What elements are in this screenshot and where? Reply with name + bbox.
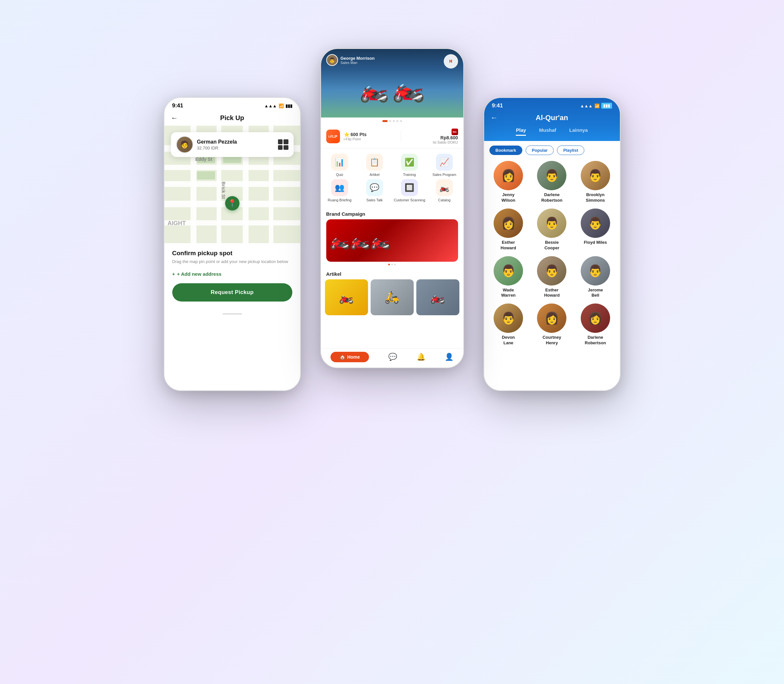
avatar-bessie: 👨 [537, 208, 567, 238]
saldo-value: Rp8.600 [405, 135, 458, 140]
people-grid: 👩 JennyWilson 👨 DarleneRobertson 👨 Brook… [484, 160, 620, 351]
map-pin[interactable]: 📍 [225, 196, 240, 210]
map-area[interactable]: Eddy St Brick St AIGHT 🧑 German Pezzela … [164, 126, 300, 243]
person-darlene-robertson-2[interactable]: 👩 DarleneRobertson [576, 303, 614, 346]
avatar-darlene2: 👩 [581, 303, 610, 333]
menu-item-sales-program[interactable]: 📈 Sales Program [428, 154, 461, 177]
avatar-esther2: 👨 [537, 256, 567, 286]
filter-tabs: Bookmark Popular Playlist [484, 141, 620, 160]
filter-bookmark[interactable]: Bookmark [489, 145, 523, 155]
person-jenny-wilson[interactable]: 👩 JennyWilson [489, 161, 528, 203]
tab-mushaf[interactable]: Mushaf [539, 127, 556, 136]
name-darlene2: DarleneRobertson [584, 335, 606, 346]
briefing-label: Ruang Briefing [328, 198, 352, 202]
bdot-1 [388, 264, 390, 265]
hero-banner: 🏍️ 🏍️ H 👨 George Morrison Sales Man [321, 49, 463, 118]
request-pickup-button[interactable]: Request Pickup [172, 283, 292, 302]
briefing-icon: 👥 [331, 179, 348, 196]
person-floyd-miles[interactable]: 👨 Floyd Miles [576, 208, 614, 251]
artikel-card-1[interactable]: 🏍️ [325, 279, 368, 315]
person-esther-howard-2[interactable]: 👨 EstherHoward [533, 256, 571, 298]
name-brooklyn: BrooklynSimmons [586, 192, 605, 203]
person-brooklyn-simmons[interactable]: 👨 BrooklynSimmons [576, 161, 614, 203]
nav-profile-btn[interactable]: 👤 [445, 353, 454, 361]
name-wade: WadeWarren [501, 287, 515, 298]
name-jenny: JennyWilson [501, 192, 515, 203]
tab-lainnya[interactable]: Lainnya [569, 127, 588, 136]
quiz-icon: 📊 [331, 154, 348, 171]
sales-label: Sales Program [433, 173, 456, 177]
star-icon: ⭐ [344, 132, 349, 137]
confirm-subtitle: Drag the map pin point or add your new p… [172, 259, 292, 265]
person-courtney-henry[interactable]: 👩 CourtneyHenry [533, 303, 571, 346]
avatar-jerome: 👨 [581, 256, 610, 286]
saldo-label: Isi Saldo DOKU [405, 140, 458, 144]
menu-item-artikel[interactable]: 📋 Artikel [359, 154, 391, 177]
filter-popular[interactable]: Popular [526, 145, 554, 155]
map-label-aight: AIGHT [168, 220, 186, 227]
person-esther-howard-1[interactable]: 👩 EstherHoward [489, 208, 528, 251]
menu-item-ruang-briefing[interactable]: 👥 Ruang Briefing [324, 179, 356, 202]
wifi-icon-r: 📶 [594, 103, 600, 108]
artikel-section: Artikel 🏍️ 🛵 🏍️ [321, 267, 463, 318]
hero-user-info: 👨 George Morrison Sales Man [326, 54, 375, 66]
hero-user-name: George Morrison [341, 56, 375, 61]
pickup-bottom: Confirm pickup spot Drag the map pin poi… [164, 243, 300, 308]
qr-icon[interactable] [278, 139, 288, 150]
training-icon: ✅ [401, 154, 418, 171]
menu-grid: 📊 Quiz 📋 Artikel ✅ Training 📈 Sales Prog… [321, 148, 463, 207]
talk-label: Sales Talk [366, 198, 383, 202]
name-courtney: CourtneyHenry [543, 335, 561, 346]
filter-playlist[interactable]: Playlist [557, 145, 584, 155]
chat-icon: 💬 [388, 353, 397, 361]
add-icon: + [172, 271, 175, 277]
add-address-btn[interactable]: + + Add new address [172, 271, 292, 277]
artikel-card-3[interactable]: 🏍️ [416, 279, 459, 315]
person-wade-warren[interactable]: 👨 WadeWarren [489, 256, 528, 298]
avatar-jenny: 👩 [494, 161, 523, 190]
profile-icon: 👤 [445, 353, 454, 361]
dot-3 [393, 120, 395, 122]
phones-container: 9:41 ▲▲▲ 📶 ▮▮▮ ← Pick Up [164, 32, 621, 652]
person-bessie-cooper[interactable]: 👨 BessieCooper [533, 208, 571, 251]
dot-4 [396, 120, 398, 122]
nav-chat-btn[interactable]: 💬 [388, 353, 397, 361]
nav-bell-btn[interactable]: 🔔 [417, 353, 425, 361]
artikel-card-2[interactable]: 🛵 [370, 279, 414, 315]
honda-logo: H [444, 54, 458, 69]
hero-dots [321, 118, 463, 125]
scanning-label: Customer Scanning [394, 198, 425, 202]
avatar-darlene1: 👨 [537, 161, 567, 190]
avatar-floyd: 👨 [581, 208, 610, 238]
name-esther1: EstherHoward [501, 240, 516, 251]
brand-campaign-title: Brand Campaign [321, 207, 463, 219]
tab-play[interactable]: Play [516, 127, 526, 136]
person-jerome-bell[interactable]: 👨 JeromeBell [576, 256, 614, 298]
scanning-icon: 🔲 [401, 179, 418, 196]
back-icon[interactable]: ← [171, 114, 178, 123]
menu-item-customer-scanning[interactable]: 🔲 Customer Scanning [393, 179, 426, 202]
catalog-icon: 🏍️ [436, 179, 453, 196]
name-darlene1: DarleneRobertson [541, 192, 562, 203]
nav-home-btn[interactable]: 🏠 Home [330, 352, 369, 362]
points-info: ⭐ 600 Pts i-Flip Point [344, 132, 397, 141]
artikel-section-title: Artikel [321, 267, 463, 279]
talk-icon: 💬 [366, 179, 383, 196]
saldo-info: RG Rp8.600 Isi Saldo DOKU [405, 129, 458, 144]
quran-back-icon[interactable]: ← [491, 114, 498, 122]
user-card: 🧑 German Pezzela 32.700 IDR [171, 132, 294, 157]
menu-item-training[interactable]: ✅ Training [393, 154, 426, 177]
avatar-esther1: 👩 [494, 208, 523, 238]
person-devon-lane[interactable]: 👨 DevonLane [489, 303, 528, 346]
quran-status-bar: 9:41 ▲▲▲ 📶 ▮▮▮ [484, 98, 620, 111]
phone-quran: 9:41 ▲▲▲ 📶 ▮▮▮ ← Al-Qur'an Play Mushaf L… [483, 97, 621, 391]
artikel-icon: 📋 [366, 154, 383, 171]
user-info: German Pezzela 32.700 IDR [197, 139, 274, 150]
page-title-pickup: Pick Up [220, 114, 244, 122]
person-darlene-robertson-1[interactable]: 👨 DarleneRobertson [533, 161, 571, 203]
menu-item-sales-talk[interactable]: 💬 Sales Talk [359, 179, 391, 202]
menu-item-quiz[interactable]: 📊 Quiz [324, 154, 356, 177]
menu-item-catalog[interactable]: 🏍️ Catalog [428, 179, 461, 202]
dot-1 [382, 120, 388, 122]
dot-2 [389, 120, 391, 122]
